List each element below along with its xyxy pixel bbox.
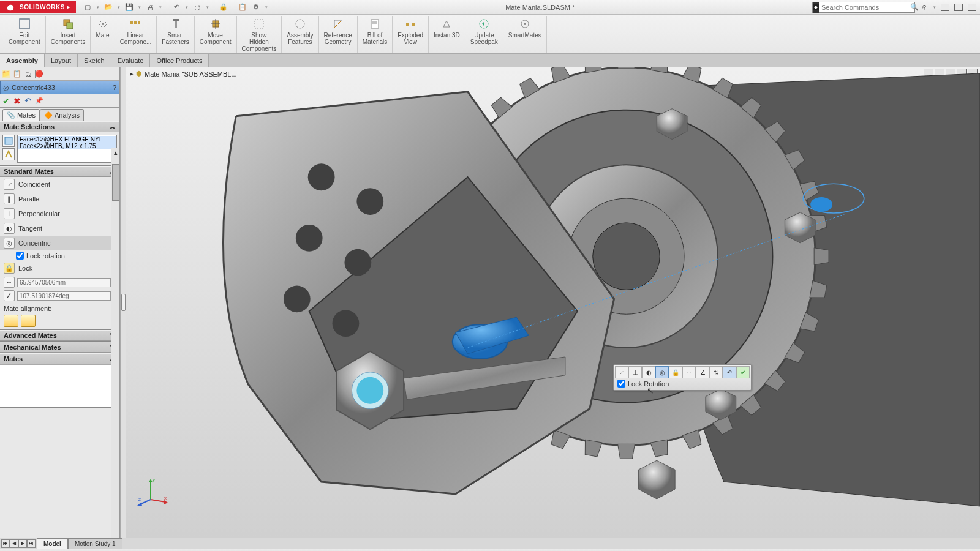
aligned-button[interactable] <box>4 315 18 327</box>
ribbon-assembly-features[interactable]: AssemblyFeatures <box>282 16 318 53</box>
tab-nav-next[interactable]: ▶ <box>18 539 27 548</box>
ctx-perpendicular[interactable]: ⊥ <box>628 366 642 378</box>
ctx-ok[interactable]: ✔ <box>736 366 750 378</box>
standard-mates-header[interactable]: Standard Mates︽ <box>0 166 119 177</box>
ctx-distance[interactable]: ↔ <box>682 366 696 378</box>
ctx-align[interactable]: ⇅ <box>709 366 723 378</box>
search-icon[interactable]: 🔍 <box>908 3 921 11</box>
restore-button[interactable] <box>954 4 963 11</box>
tab-nav-last[interactable]: ⏭ <box>27 539 36 548</box>
rebuild-icon[interactable]: 🔒 <box>219 3 228 12</box>
ribbon-linear-pattern[interactable]: LinearCompone... <box>115 16 157 53</box>
close-button[interactable] <box>968 4 976 11</box>
ribbon-mate[interactable]: Mate <box>91 16 115 53</box>
bottom-tab-motion[interactable]: Motion Study 1 <box>68 538 123 549</box>
tab-nav-prev[interactable]: ◀ <box>10 539 18 548</box>
logo-dropdown-icon[interactable]: ▸ <box>67 4 70 10</box>
ribbon-edit-component[interactable]: EditComponent <box>4 16 46 53</box>
undo-button[interactable]: ↶ <box>24 96 31 105</box>
face-entry-2[interactable]: Face<2>@HFB, M12 x 1.75 <box>18 143 116 149</box>
search-commands-box[interactable]: 🔍 ▾ <box>812 2 915 13</box>
pushpin-icon[interactable]: 📌 <box>35 97 43 105</box>
ctx-undo[interactable]: ↶ <box>723 366 736 378</box>
mate-perpendicular[interactable]: ⊥Perpendicular <box>0 206 119 221</box>
display-manager-icon[interactable]: 🔴 <box>35 70 43 78</box>
tab-nav-first[interactable]: ⏮ <box>1 539 10 548</box>
advanced-mates-section[interactable]: Advanced Mates︾ <box>0 330 119 342</box>
options2-icon[interactable]: ⚙ <box>252 3 260 12</box>
ctx-concentric[interactable]: ◎ <box>655 366 669 378</box>
tab-office-products[interactable]: Office Products <box>150 54 209 67</box>
mate-concentric[interactable]: ◎Concentric <box>0 236 119 250</box>
entity-icon-2[interactable] <box>2 148 15 160</box>
analysis-tab[interactable]: 🔶Analysis <box>40 109 84 121</box>
config-manager-icon[interactable]: 🗂 <box>24 70 32 78</box>
mate-parallel[interactable]: ∥Parallel <box>0 192 119 206</box>
property-title: Concentric433 <box>12 84 110 91</box>
minimize-button[interactable] <box>941 4 949 11</box>
ctx-tangent[interactable]: ◐ <box>642 366 655 378</box>
ctx-lock[interactable]: 🔒 <box>669 366 682 378</box>
save-icon[interactable]: 💾 <box>125 3 134 12</box>
undo-icon[interactable]: ↶ <box>172 3 181 12</box>
tab-assembly[interactable]: Assembly <box>0 54 45 67</box>
perpendicular-icon: ⊥ <box>4 208 15 219</box>
ribbon-move-component[interactable]: MoveComponent <box>195 16 237 53</box>
ctx-lock-rotation-checkbox[interactable] <box>617 380 625 388</box>
ribbon-reference-geometry[interactable]: ReferenceGeometry <box>319 16 358 53</box>
ribbon-smart-fasteners[interactable]: SmartFasteners <box>157 16 194 53</box>
tangent-icon: ◐ <box>4 223 15 234</box>
help-pin-icon[interactable]: ? <box>113 84 116 91</box>
ribbon-show-hidden[interactable]: ShowHiddenComponents <box>237 16 282 53</box>
app-logo: SOLIDWORKS ▸ <box>0 1 76 13</box>
tab-layout[interactable]: Layout <box>45 54 78 67</box>
property-manager-icon[interactable]: 📋 <box>13 70 21 78</box>
mate-tangent[interactable]: ◐Tangent <box>0 221 119 236</box>
options-icon[interactable]: 📋 <box>238 3 247 12</box>
distance-input[interactable] <box>17 278 111 287</box>
ribbon-bom[interactable]: Bill ofMaterials <box>358 16 393 53</box>
mate-selections-header[interactable]: Mate Selections︽ <box>0 121 119 132</box>
svg-point-27 <box>308 163 335 190</box>
mates-list-body[interactable] <box>0 364 119 407</box>
view-triad[interactable]: y x z <box>137 476 168 507</box>
ok-button[interactable]: ✔ <box>2 96 10 106</box>
ribbon-exploded-view[interactable]: ExplodedView <box>393 16 429 53</box>
sidebar-scrollbar[interactable]: ▴ <box>111 148 119 538</box>
face-entry-1[interactable]: Face<1>@HEX FLANGE NYI <box>18 136 116 143</box>
mechanical-mates-section[interactable]: Mechanical Mates︾ <box>0 342 119 353</box>
mates-list-header[interactable]: Mates︽ <box>0 353 119 364</box>
ribbon-insert-components[interactable]: InsertComponents <box>46 16 91 53</box>
open-file-icon[interactable]: 📂 <box>104 3 113 12</box>
print-icon[interactable]: 🖨 <box>146 3 154 12</box>
mate-lock[interactable]: 🔒Lock <box>0 261 119 276</box>
mate-selection-list[interactable]: Face<1>@HEX FLANGE NYI Face<2>@HFB, M12 … <box>17 135 117 163</box>
tab-evaluate[interactable]: Evaluate <box>111 54 151 67</box>
ribbon-instant3d[interactable]: Instant3D <box>429 16 466 53</box>
ribbon-smartmates[interactable]: SmartMates <box>503 16 547 53</box>
help-icon[interactable]: ? <box>920 3 929 12</box>
anti-aligned-button[interactable] <box>21 315 36 327</box>
lock-rotation-checkbox[interactable] <box>16 252 24 260</box>
feature-manager-icon[interactable]: 📁 <box>2 70 10 78</box>
new-file-icon[interactable]: ▢ <box>83 3 92 12</box>
tab-sketch[interactable]: Sketch <box>78 54 111 67</box>
cancel-button[interactable]: ✖ <box>13 96 21 106</box>
splitter-handle[interactable] <box>120 67 126 538</box>
ctx-angle[interactable]: ∠ <box>696 366 709 378</box>
scroll-thumb[interactable] <box>112 164 119 201</box>
bottom-tab-model[interactable]: Model <box>37 538 68 549</box>
scroll-up-icon[interactable]: ▴ <box>111 148 119 157</box>
lock-rotation-row: Lock rotation <box>0 250 119 261</box>
search-input[interactable] <box>819 4 908 11</box>
entity-icon-1[interactable] <box>2 135 15 147</box>
svg-text:x: x <box>164 495 167 501</box>
mate-selections-section: Mate Selections︽ Face<1>@HEX FLANGE NYI … <box>0 121 119 166</box>
ctx-coincident[interactable]: ⟋ <box>615 366 628 378</box>
ribbon-update-speedpak[interactable]: UpdateSpeedpak <box>466 16 503 53</box>
select-icon[interactable]: ⭯ <box>193 3 202 12</box>
graphics-viewport[interactable]: ▸ ⬢ Mate Mania "SUB ASSEMBL... ✔ ✖ <box>126 67 980 538</box>
angle-input[interactable] <box>17 291 111 301</box>
mates-tab[interactable]: 📎Mates <box>2 109 40 121</box>
mate-coincident[interactable]: ⟋Coincident <box>0 177 119 192</box>
